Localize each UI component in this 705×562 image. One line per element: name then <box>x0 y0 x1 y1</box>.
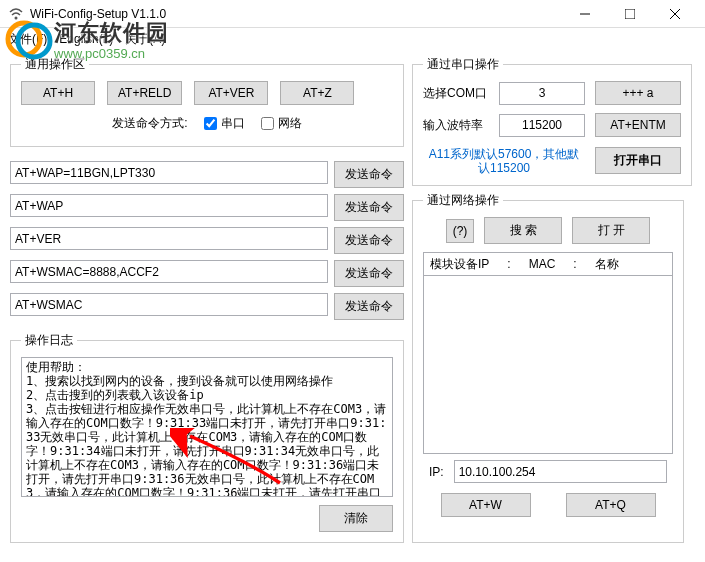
at-entm-button[interactable]: AT+ENTM <box>595 113 681 137</box>
ip-label: IP: <box>429 465 444 479</box>
cmd-input-2[interactable] <box>10 227 328 250</box>
network-ops-group: 通过网络操作 (?) 搜 索 打 开 模块设备IP : MAC : 名称 IP:… <box>412 192 684 543</box>
open-button[interactable]: 打 开 <box>572 217 650 244</box>
plus-a-button[interactable]: +++ a <box>595 81 681 105</box>
send-button-1[interactable]: 发送命令 <box>334 194 404 221</box>
log-textarea[interactable]: 使用帮助： 1、搜索以找到网内的设备，搜到设备就可以使用网络操作 2、点击搜到的… <box>21 357 393 497</box>
hdr-ip: 模块设备IP <box>430 256 489 273</box>
log-group: 操作日志 使用帮助： 1、搜索以找到网内的设备，搜到设备就可以使用网络操作 2、… <box>10 332 404 543</box>
menu-file[interactable]: 文件(F) <box>8 31 47 48</box>
common-ops-group: 通用操作区 AT+H AT+RELD AT+VER AT+Z 发送命令方式: 串… <box>10 56 404 147</box>
device-list[interactable] <box>423 276 673 454</box>
hdr-name: 名称 <box>595 256 619 273</box>
maximize-button[interactable] <box>607 0 652 28</box>
search-button[interactable]: 搜 索 <box>484 217 562 244</box>
serial-checkbox-wrap[interactable]: 串口 <box>204 115 245 132</box>
cmd-input-4[interactable] <box>10 293 328 316</box>
window-title: WiFi-Config-Setup V1.1.0 <box>30 7 166 21</box>
baud-label: 输入波特率 <box>423 117 489 134</box>
help-button[interactable]: (?) <box>446 219 475 243</box>
svg-rect-2 <box>625 9 635 19</box>
svg-point-0 <box>15 16 18 19</box>
device-list-header: 模块设备IP : MAC : 名称 <box>423 252 673 276</box>
at-h-button[interactable]: AT+H <box>21 81 95 105</box>
serial-checkbox[interactable] <box>204 117 217 130</box>
at-q-button[interactable]: AT+Q <box>566 493 656 517</box>
serial-note: A11系列默认57600，其他默认115200 <box>423 147 585 175</box>
send-button-3[interactable]: 发送命令 <box>334 260 404 287</box>
common-ops-legend: 通用操作区 <box>21 56 89 73</box>
com-input[interactable] <box>499 82 585 105</box>
at-w-button[interactable]: AT+W <box>441 493 531 517</box>
send-button-0[interactable]: 发送命令 <box>334 161 404 188</box>
ip-input[interactable] <box>454 460 667 483</box>
at-reld-button[interactable]: AT+RELD <box>107 81 182 105</box>
menubar: 文件(F) English(L) 关于(A) <box>0 28 705 50</box>
send-method-label: 发送命令方式: <box>112 115 187 132</box>
app-icon <box>8 6 24 22</box>
com-label: 选择COM口 <box>423 85 489 102</box>
cmd-input-1[interactable] <box>10 194 328 217</box>
at-z-button[interactable]: AT+Z <box>280 81 354 105</box>
cmd-input-3[interactable] <box>10 260 328 283</box>
cmd-input-0[interactable] <box>10 161 328 184</box>
send-button-2[interactable]: 发送命令 <box>334 227 404 254</box>
menu-about[interactable]: 关于(A) <box>125 31 165 48</box>
clear-log-button[interactable]: 清除 <box>319 505 393 532</box>
network-checkbox-wrap[interactable]: 网络 <box>261 115 302 132</box>
hdr-mac: MAC <box>529 257 556 271</box>
close-button[interactable] <box>652 0 697 28</box>
open-serial-button[interactable]: 打开串口 <box>595 147 681 174</box>
command-rows: 发送命令 发送命令 发送命令 发送命令 发送命令 <box>10 161 404 326</box>
network-ops-legend: 通过网络操作 <box>423 192 503 209</box>
minimize-button[interactable] <box>562 0 607 28</box>
network-checkbox[interactable] <box>261 117 274 130</box>
serial-legend: 通过串口操作 <box>423 56 503 73</box>
log-legend: 操作日志 <box>21 332 77 349</box>
titlebar: WiFi-Config-Setup V1.1.0 <box>0 0 705 28</box>
send-button-4[interactable]: 发送命令 <box>334 293 404 320</box>
at-ver-button[interactable]: AT+VER <box>194 81 268 105</box>
menu-language[interactable]: English(L) <box>59 32 113 46</box>
serial-group: 通过串口操作 选择COM口 +++ a 输入波特率 AT+ENTM A11系列默… <box>412 56 692 186</box>
baud-input[interactable] <box>499 114 585 137</box>
